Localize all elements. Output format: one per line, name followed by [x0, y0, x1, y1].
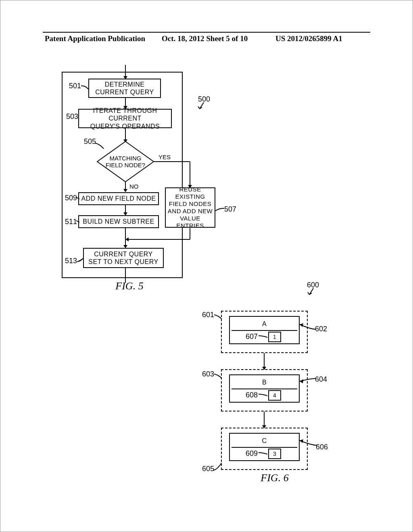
leader-605-icon: [213, 463, 223, 471]
label-no: NO: [129, 183, 139, 190]
ref-501: 501: [69, 82, 81, 90]
ref-503: 503: [66, 112, 78, 121]
step-503-box: ITERATE THROUGH CURRENT QUERY'S OPERANDS: [78, 109, 172, 128]
label-yes: YES: [159, 154, 171, 160]
arrow-B-C-icon: [261, 411, 267, 428]
leader-606-icon: [300, 440, 317, 448]
ref-601: 601: [202, 311, 214, 319]
ref-509: 509: [65, 194, 77, 202]
node-604-box: B: [229, 374, 300, 403]
step-513-box: CURRENT QUERY SET TO NEXT QUERY: [83, 248, 164, 268]
arrow-no-icon: [122, 182, 129, 192]
ref-602: 602: [315, 325, 327, 333]
leader-505-icon: [95, 143, 104, 150]
leader-609-icon: [259, 451, 268, 456]
ref-505: 505: [84, 137, 96, 146]
leader-603-icon: [214, 374, 223, 380]
ref-511: 511: [65, 218, 77, 226]
arrow-merge-513-icon: [122, 228, 195, 248]
svg-marker-23: [300, 379, 303, 383]
leader-513-icon: [77, 258, 84, 263]
page: Patent Application Publication Oct. 18, …: [0, 0, 413, 532]
ref-608: 608: [246, 391, 258, 399]
leader-601-icon: [214, 315, 223, 320]
arrow-enter-500-icon: [121, 65, 129, 79]
leader-607-icon: [259, 334, 268, 339]
node-B-label: B: [262, 379, 267, 386]
fig6-caption: FIG. 6: [250, 472, 299, 484]
ref-609: 609: [246, 449, 258, 458]
arrow-503-505-icon: [122, 128, 129, 143]
leader-507-icon: [215, 207, 224, 212]
step-503-text: ITERATE THROUGH CURRENT QUERY'S OPERANDS: [81, 107, 169, 130]
header-right: US 2012/0265899 A1: [275, 34, 342, 43]
step-509-text: ADD NEW FIELD NODE: [81, 195, 156, 202]
node-A-value: 1: [273, 334, 276, 340]
leader-602-icon: [300, 324, 316, 332]
step-507-box: REUSE EXISTING FIELD NODES AND ADD NEW V…: [165, 187, 215, 228]
leader-509-icon: [76, 197, 80, 200]
node-C-value-box: 3: [268, 449, 281, 459]
step-501-text: DETERMINE CURRENT QUERY: [95, 81, 154, 96]
leader-501-icon: [81, 84, 90, 90]
node-A-label: A: [262, 320, 267, 327]
header-mid: Oct. 18, 2012 Sheet 5 of 10: [162, 34, 248, 43]
leader-511-icon: [76, 220, 80, 224]
ref-603: 603: [202, 370, 214, 378]
ref-606: 606: [316, 443, 328, 451]
arrow-yes-icon: [154, 160, 194, 188]
ref-605: 605: [202, 465, 214, 473]
hook-600-icon: [307, 288, 319, 298]
svg-marker-11: [123, 189, 127, 192]
decision-505-text: MATCHING FIELD NODE?: [106, 155, 145, 169]
step-501-box: DETERMINE CURRENT QUERY: [88, 79, 161, 98]
node-606-box: C: [229, 433, 300, 461]
ref-607: 607: [246, 332, 258, 341]
ref-513: 513: [65, 257, 77, 265]
node-B-value-box: 4: [268, 390, 281, 401]
node-B-value: 4: [273, 392, 276, 399]
leader-604-icon: [300, 377, 316, 384]
hook-500-icon: [197, 102, 209, 112]
header-left: Patent Application Publication: [45, 34, 145, 43]
fig5-caption: FIG. 5: [105, 280, 154, 292]
step-511-box: BUILD NEW SUBTREE: [78, 215, 159, 228]
leader-608-icon: [259, 393, 268, 397]
step-507-text: REUSE EXISTING FIELD NODES AND ADD NEW V…: [167, 186, 213, 229]
svg-marker-18: [125, 237, 129, 241]
arrow-509-511-icon: [122, 205, 129, 216]
step-513-text: CURRENT QUERY SET TO NEXT QUERY: [88, 250, 158, 266]
leader-503-icon: [78, 115, 82, 119]
node-C-label: C: [262, 437, 267, 444]
decision-505: MATCHING FIELD NODE?: [97, 141, 154, 182]
node-C-value: 3: [273, 451, 276, 457]
ref-604: 604: [315, 375, 327, 384]
step-511-text: BUILD NEW SUBTREE: [83, 218, 154, 225]
node-A-value-box: 1: [268, 332, 281, 342]
node-602-box: A: [229, 316, 300, 344]
arrow-A-B-icon: [261, 353, 267, 370]
header-rule: [43, 32, 370, 33]
ref-507: 507: [224, 205, 236, 214]
step-509-box: ADD NEW FIELD NODE: [78, 192, 159, 205]
